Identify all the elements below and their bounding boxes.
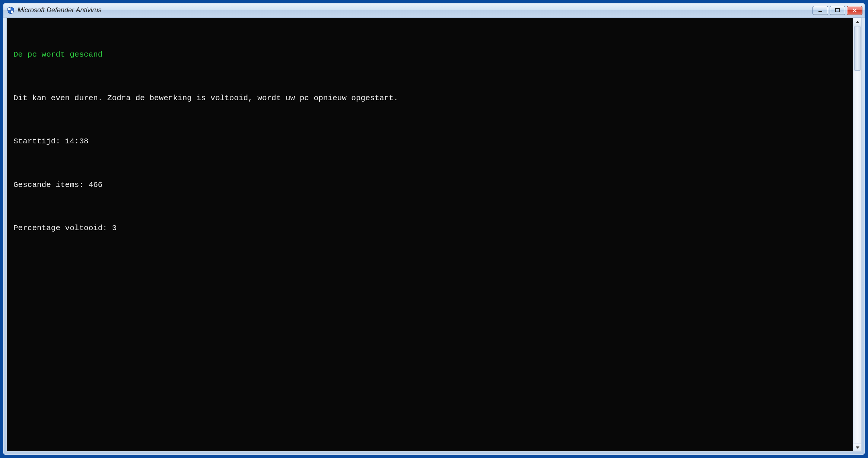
minimize-button[interactable] <box>813 6 828 15</box>
percent-complete-line: Percentage voltooid: 3 <box>13 222 846 234</box>
scrollbar-track[interactable] <box>853 26 861 443</box>
app-window: Microsoft Defender Antivirus De pc w <box>3 3 865 455</box>
start-time-line: Starttijd: 14:38 <box>13 136 846 147</box>
vertical-scrollbar[interactable] <box>853 18 861 451</box>
scanned-items-value: 466 <box>89 181 103 189</box>
scanned-items-label: Gescande items: <box>13 181 84 189</box>
scroll-down-button[interactable] <box>853 443 861 451</box>
scanned-items-line: Gescande items: 466 <box>13 179 846 191</box>
window-controls <box>813 6 862 15</box>
chevron-down-icon <box>856 446 859 449</box>
maximize-button[interactable] <box>830 6 845 15</box>
percent-complete-value: 3 <box>112 224 117 232</box>
client-area: De pc wordt gescand Dit kan even duren. … <box>6 18 862 452</box>
window-title: Microsoft Defender Antivirus <box>18 6 813 14</box>
percent-complete-label: Percentage voltooid: <box>13 224 107 232</box>
svg-rect-2 <box>818 11 822 12</box>
titlebar[interactable]: Microsoft Defender Antivirus <box>3 3 865 18</box>
start-time-value: 14:38 <box>65 137 89 146</box>
chevron-up-icon <box>856 21 859 23</box>
svg-rect-3 <box>836 9 839 12</box>
scan-subtext: Dit kan even duren. Zodra de bewerking i… <box>13 92 846 104</box>
defender-shield-icon <box>7 7 15 14</box>
start-time-label: Starttijd: <box>13 137 60 146</box>
scrollbar-thumb[interactable] <box>854 26 861 71</box>
desktop-background: Microsoft Defender Antivirus De pc w <box>0 0 868 458</box>
scroll-up-button[interactable] <box>853 18 861 26</box>
scan-heading: De pc wordt gescand <box>13 49 846 61</box>
close-button[interactable] <box>847 6 862 15</box>
console-output: De pc wordt gescand Dit kan even duren. … <box>7 18 853 451</box>
